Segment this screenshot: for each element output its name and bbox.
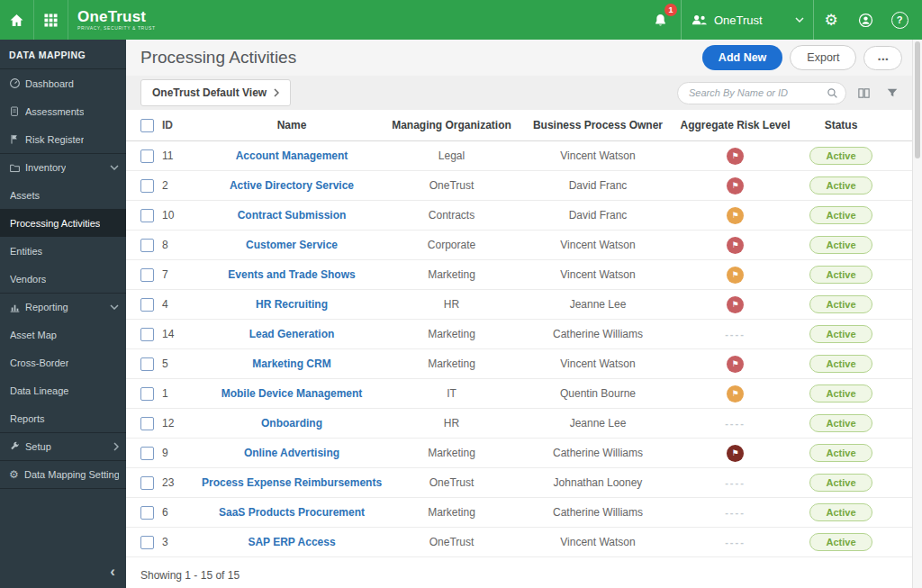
help-button[interactable]: ? <box>882 0 917 40</box>
status-badge: Active <box>809 414 872 432</box>
row-name-link[interactable]: Contract Submission <box>238 209 347 222</box>
columns-button[interactable] <box>852 81 875 104</box>
sidebar-item-vendors[interactable]: Vendors <box>0 265 126 293</box>
row-name-link[interactable]: Active Directory Service <box>230 179 354 192</box>
notifications-button[interactable]: 1 <box>643 0 677 40</box>
row-name-link[interactable]: Marketing CRM <box>252 357 330 370</box>
row-checkbox[interactable] <box>140 209 154 222</box>
sidebar-item-risk-register[interactable]: Risk Register <box>0 125 126 153</box>
grid-icon <box>44 14 58 27</box>
sidebar: DATA MAPPING DashboardAssessmentsRisk Re… <box>0 40 126 588</box>
column-header-aggregate-risk-level[interactable]: Aggregate Risk Level <box>674 119 796 131</box>
sidebar-section-title: DATA MAPPING <box>0 40 126 69</box>
view-selector-button[interactable]: OneTrust Default View <box>140 79 291 106</box>
sidebar-nav: DashboardAssessmentsRisk RegisterInvento… <box>0 69 126 489</box>
row-name-link[interactable]: Process Expense Reimbursements <box>202 476 382 489</box>
search-input[interactable] <box>677 82 846 104</box>
row-checkbox[interactable] <box>140 298 154 312</box>
sidebar-item-reports[interactable]: Reports <box>0 404 126 432</box>
column-header-status[interactable]: Status <box>796 119 886 131</box>
org-selector[interactable]: OneTrust <box>681 0 814 40</box>
row-id: 9 <box>162 447 202 459</box>
sidebar-item-entities[interactable]: Entities <box>0 237 126 265</box>
row-business-process-owner: Vincent Watson <box>521 149 674 162</box>
risk-flag-icon: ⚑ <box>727 445 744 462</box>
table-row: 2Active Directory ServiceOneTrustDavid F… <box>126 171 913 201</box>
row-name-link[interactable]: Customer Service <box>246 239 338 251</box>
columns-icon <box>857 86 871 100</box>
gear-icon: ⚙ <box>9 469 24 480</box>
risk-flag-icon: ⚑ <box>727 237 744 254</box>
row-name-link[interactable]: HR Recruiting <box>256 298 328 311</box>
table-body: 11Account ManagementLegalVincent Watson⚑… <box>126 141 913 557</box>
row-name-link[interactable]: SAP ERP Access <box>248 536 335 548</box>
sidebar-item-reporting[interactable]: Reporting <box>0 293 126 321</box>
sidebar-item-dashboard[interactable]: Dashboard <box>0 69 126 97</box>
sidebar-item-inventory[interactable]: Inventory <box>0 153 126 181</box>
home-button[interactable] <box>0 0 34 40</box>
row-business-process-owner: Vincent Watson <box>521 268 674 281</box>
platform-settings-button[interactable]: ⚙ <box>814 0 848 40</box>
row-checkbox[interactable] <box>140 447 154 460</box>
view-selector-label: OneTrust Default View <box>152 86 267 99</box>
row-name-link[interactable]: Lead Generation <box>249 328 335 340</box>
row-name-link[interactable]: Account Management <box>236 149 348 162</box>
row-managing-organization: OneTrust <box>382 476 521 489</box>
row-checkbox[interactable] <box>140 536 154 549</box>
row-checkbox[interactable] <box>140 357 154 371</box>
account-button[interactable] <box>848 0 882 40</box>
column-header-name[interactable]: Name <box>202 119 382 131</box>
select-all-checkbox[interactable] <box>140 119 154 132</box>
column-header-managing-organization[interactable]: Managing Organization <box>382 119 521 131</box>
column-header-id[interactable]: ID <box>162 119 202 131</box>
row-checkbox[interactable] <box>140 328 154 341</box>
row-checkbox[interactable] <box>140 476 154 490</box>
brand-name: OneTrust <box>77 9 156 24</box>
status-badge: Active <box>809 176 872 194</box>
sidebar-item-asset-map[interactable]: Asset Map <box>0 321 126 348</box>
status-badge: Active <box>809 474 872 492</box>
sidebar-item-data-mapping-settings[interactable]: ⚙Data Mapping Settings <box>0 460 126 488</box>
row-checkbox[interactable] <box>140 239 154 252</box>
risk-level-none: ---- <box>725 507 746 518</box>
sidebar-item-assets[interactable]: Assets <box>0 181 126 209</box>
row-checkbox[interactable] <box>140 179 154 193</box>
row-name-link[interactable]: Mobile Device Management <box>221 387 363 400</box>
export-button[interactable]: Export <box>790 45 856 70</box>
sidebar-item-cross-border[interactable]: Cross-Border <box>0 348 126 376</box>
sidebar-item-setup[interactable]: Setup <box>0 432 126 460</box>
page-title: Processing Activities <box>140 48 296 68</box>
risk-level-none: ---- <box>725 537 746 547</box>
row-checkbox[interactable] <box>140 417 154 430</box>
column-header-business-process-owner[interactable]: Business Process Owner <box>521 119 674 131</box>
sidebar-item-assessments[interactable]: Assessments <box>0 97 126 125</box>
row-name-link[interactable]: Online Advertising <box>244 447 339 459</box>
search-icon <box>827 87 838 99</box>
collapse-sidebar-button[interactable]: ‹ <box>110 563 115 581</box>
scrollbar-thumb[interactable] <box>915 41 920 158</box>
app-launcher-button[interactable] <box>34 0 68 40</box>
status-badge: Active <box>809 266 872 284</box>
row-name-link[interactable]: Onboarding <box>261 417 322 430</box>
more-actions-button[interactable]: ... <box>863 46 902 70</box>
row-managing-organization: HR <box>382 298 521 311</box>
clipboard-icon <box>9 105 25 117</box>
risk-level-none: ---- <box>725 329 746 339</box>
row-business-process-owner: Jeanne Lee <box>521 417 674 430</box>
row-name-link[interactable]: Events and Trade Shows <box>228 268 355 281</box>
row-checkbox[interactable] <box>140 149 154 163</box>
row-checkbox[interactable] <box>140 387 154 401</box>
row-managing-organization: Marketing <box>382 328 521 340</box>
chevron-right-icon <box>274 88 279 97</box>
sidebar-item-data-lineage[interactable]: Data Lineage <box>0 376 126 404</box>
row-checkbox[interactable] <box>140 506 154 520</box>
filter-button[interactable] <box>881 81 904 104</box>
row-name-link[interactable]: SaaS Products Procurement <box>219 506 365 519</box>
add-new-button[interactable]: Add New <box>702 45 782 70</box>
row-business-process-owner: Catherine Williams <box>521 506 674 519</box>
sidebar-item-label: Setup <box>25 441 51 452</box>
row-checkbox[interactable] <box>140 268 154 282</box>
sidebar-item-processing-activities[interactable]: Processing Activities <box>0 209 126 237</box>
scrollbar[interactable] <box>912 40 922 588</box>
sidebar-item-label: Inventory <box>25 162 66 173</box>
